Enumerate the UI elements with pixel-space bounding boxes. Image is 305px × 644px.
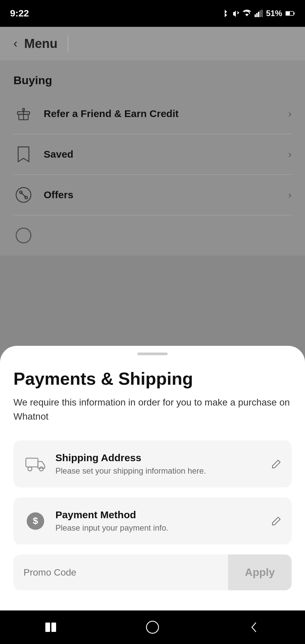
sheet-subtitle: We require this information in order for… [13, 395, 292, 424]
shipping-address-card[interactable]: Shipping Address Please set your shippin… [13, 440, 292, 487]
svg-rect-1 [256, 13, 258, 17]
offers-label: Offers [44, 189, 278, 201]
menu-content: Buying Refer a Friend & Earn Credit › [0, 60, 305, 256]
promo-row: Apply [13, 554, 292, 590]
wifi-icon [243, 10, 251, 17]
apply-button[interactable]: Apply [228, 554, 292, 590]
back-button[interactable] [241, 614, 268, 641]
svg-rect-0 [255, 14, 256, 17]
recent-apps-button[interactable] [37, 614, 64, 641]
menu-item-refer[interactable]: Refer a Friend & Earn Credit › [13, 94, 292, 134]
payment-edit-icon[interactable] [271, 516, 281, 526]
back-arrow-icon[interactable]: ‹ [13, 37, 17, 51]
offers-icon [13, 185, 34, 205]
svg-point-14 [28, 467, 32, 471]
payment-method-card[interactable]: $ Payment Method Please input your payme… [13, 497, 292, 544]
bluetooth-icon [221, 9, 228, 18]
svg-point-20 [146, 621, 159, 633]
sheet-handle [137, 353, 168, 355]
menu-divider [68, 35, 69, 52]
shipping-edit-icon[interactable] [271, 459, 281, 469]
status-icons: 51% [221, 9, 295, 18]
mute-icon [232, 9, 239, 18]
svg-point-15 [39, 467, 43, 471]
menu-section-title: Buying [13, 60, 292, 94]
shipping-title: Shipping Address [55, 452, 263, 464]
svg-text:$: $ [33, 516, 38, 526]
bottom-nav [0, 610, 305, 644]
status-bar: 9:22 51% [0, 0, 305, 27]
refer-arrow-icon: › [288, 108, 292, 119]
home-button[interactable] [139, 614, 166, 641]
sheet-title: Payments & Shipping [13, 369, 292, 389]
payment-title: Payment Method [55, 509, 263, 521]
svg-rect-18 [45, 623, 50, 632]
promo-code-input[interactable] [13, 555, 228, 590]
status-time: 9:22 [10, 8, 29, 19]
svg-rect-7 [294, 12, 295, 14]
menu-item-partial [13, 215, 292, 256]
shipping-desc: Please set your shipping information her… [55, 466, 263, 476]
menu-header: ‹ Menu [0, 27, 305, 60]
dollar-icon: $ [24, 509, 47, 533]
menu-title: Menu [24, 37, 57, 51]
svg-rect-19 [51, 623, 56, 632]
refer-label: Refer a Friend & Earn Credit [44, 108, 278, 119]
payment-desc: Please input your payment info. [55, 523, 263, 533]
saved-arrow-icon: › [288, 149, 292, 160]
partial-icon [13, 225, 34, 246]
truck-icon [24, 452, 47, 476]
battery-percent: 51% [266, 9, 282, 18]
offers-arrow-icon: › [288, 189, 292, 201]
menu-item-offers[interactable]: Offers › [13, 175, 292, 215]
svg-point-12 [16, 228, 31, 243]
svg-rect-6 [286, 12, 290, 15]
svg-rect-2 [258, 12, 259, 17]
shipping-card-content: Shipping Address Please set your shippin… [55, 452, 263, 476]
signal-icon [255, 10, 263, 17]
menu-item-saved[interactable]: Saved › [13, 134, 292, 175]
svg-rect-4 [261, 10, 263, 17]
gift-icon [13, 104, 34, 124]
bottom-sheet: Payments & Shipping We require this info… [0, 346, 305, 610]
bookmark-icon [13, 144, 34, 164]
saved-label: Saved [44, 149, 278, 160]
svg-rect-3 [260, 10, 261, 17]
payment-card-content: Payment Method Please input your payment… [55, 509, 263, 533]
svg-rect-13 [26, 458, 38, 467]
battery-icon [286, 11, 295, 16]
